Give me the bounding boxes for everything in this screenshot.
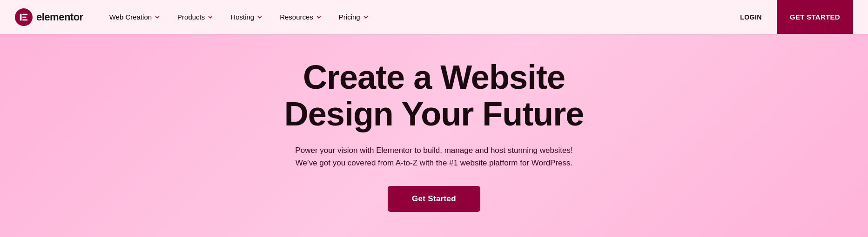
svg-rect-0 [20,13,22,20]
navbar: elementor Web Creation Products Hosting … [0,0,868,34]
chevron-down-icon [316,14,322,20]
nav-label-products: Products [177,13,205,21]
logo-icon [15,8,33,26]
nav-item-web-creation[interactable]: Web Creation [102,9,168,25]
nav-item-pricing[interactable]: Pricing [331,9,377,25]
nav-actions: LOGIN GET STARTED [733,0,853,34]
logo-text: elementor [36,11,83,23]
hero-cta-button[interactable]: Get Started [388,186,480,212]
chevron-down-icon [363,14,369,20]
chevron-down-icon [207,14,214,20]
hero-subtitle-line1: Power your vision with Elementor to buil… [295,146,572,155]
hero-title-line1: Create a Website [303,59,565,96]
nav-links: Web Creation Products Hosting Resources … [102,9,733,25]
get-started-button[interactable]: GET STARTED [777,0,853,34]
nav-label-pricing: Pricing [339,13,360,21]
nav-label-web-creation: Web Creation [109,13,152,21]
chevron-down-icon [154,14,161,20]
hero-subtitle-line2: We’ve got you covered from A-to-Z with t… [296,158,573,167]
svg-rect-1 [22,13,27,15]
hero-subtitle: Power your vision with Elementor to buil… [295,144,572,169]
nav-item-resources[interactable]: Resources [272,9,330,25]
nav-label-resources: Resources [280,13,313,21]
hero-title-line2: Design Your Future [284,95,584,132]
nav-item-products[interactable]: Products [170,9,221,25]
svg-rect-3 [22,19,27,20]
svg-rect-2 [22,16,26,18]
login-button[interactable]: LOGIN [733,10,769,25]
nav-item-hosting[interactable]: Hosting [223,9,270,25]
logo[interactable]: elementor [15,8,83,26]
hero-title: Create a Website Design Your Future [284,59,584,132]
nav-label-hosting: Hosting [230,13,254,21]
chevron-down-icon [256,14,263,20]
hero-section: Create a Website Design Your Future Powe… [0,34,868,237]
